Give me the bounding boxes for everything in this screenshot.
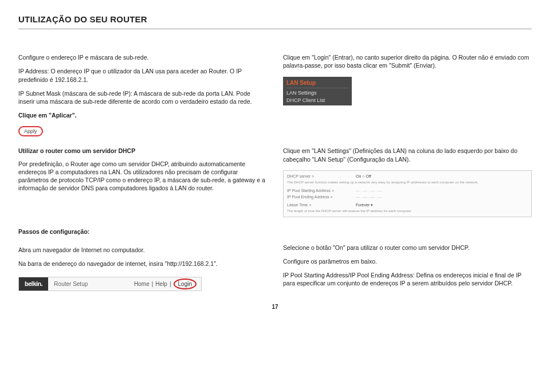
home-link: Home [134,280,150,288]
lease-value: Forever ▾ [356,202,373,208]
dhcp-server-label: DHCP server > [287,173,339,179]
s1-left-p4: Clique em "Aplicar". [18,111,267,119]
section-3-left: Passos de configuração: Abra um navegado… [18,228,267,293]
section-3-right: Selecione o botão "On" para utilizar o r… [283,228,532,293]
s3-right-p2: Configure os parâmetros em baixo. [283,257,532,265]
section-2: Utilizar o router como um servidor DHCP … [18,147,532,217]
lan-setup-heading: LAN Setup [286,79,348,89]
apply-button-mock: Apply [18,125,267,136]
lease-label: Lease Time > [287,202,339,208]
section-3: Passos de configuração: Abra um navegado… [18,228,532,293]
title-divider [18,29,532,29]
s3-right-p1: Selecione o botão "On" para utilizar o r… [283,244,532,252]
router-setup-label: Router Setup [48,280,134,288]
belkin-header-mock: belkin. Router Setup Home | Help | Login [18,277,202,291]
s2-right-p1: Clique em "LAN Settings" (Definições da … [283,147,532,163]
lan-settings-item: LAN Settings [286,89,348,96]
page-number: 17 [18,303,532,311]
ip-start-label: IP Pool Starting Address > [287,187,339,194]
config-steps-heading: Passos de configuração: [18,228,267,236]
section-1-right: Clique em "Login" (Entrar), no canto sup… [283,53,532,136]
help-link: Help [155,280,167,288]
section-2-left: Utilizar o router como um servidor DHCP … [18,147,267,217]
s3-left-p1: Abra um navegador de Internet no computa… [18,246,267,254]
section-1: Configure o endereço IP e máscara de sub… [18,53,532,136]
s1-right-p1: Clique em "Login" (Entrar), no canto sup… [283,53,532,69]
dhcp-client-list-item: DHCP Client List [286,97,348,104]
dhcp-desc: The DHCP server function makes setting u… [287,180,528,186]
section-1-left: Configure o endereço IP e máscara de sub… [18,53,267,136]
s1-left-p1: Configure o endereço IP e máscara de sub… [18,53,267,61]
s1-left-p3: IP Subnet Mask (máscara de sub-rede IP):… [18,89,267,105]
s3-left-p2: Na barra de endereço do navegador de int… [18,260,267,268]
apply-highlight-icon: Apply [18,126,43,136]
dhcp-section-heading: Utilizar o router como um servidor DHCP [18,147,267,155]
section-2-right: Clique em "LAN Settings" (Definições da … [283,147,532,217]
dhcp-server-value: On ○ Off [356,173,371,179]
login-highlight-icon: Login [174,279,197,290]
lan-setup-nav-mock: LAN Setup LAN Settings DHCP Client List [283,77,352,106]
page-title: UTILIZAÇÃO DO SEU ROUTER [18,14,532,25]
s3-right-p3: IP Pool Starting Address/IP Pool Ending … [283,271,532,287]
s2-left-p1: Por predefinição, o Router age como um s… [18,160,267,193]
ip-end-label: IP Pool Ending Address > [287,194,339,200]
belkin-right-links: Home | Help | Login [134,279,201,290]
belkin-logo: belkin. [19,277,48,291]
s1-left-p2: IP Address: O endereço IP que o utilizad… [18,67,267,83]
dhcp-settings-mock: DHCP server >On ○ Off The DHCP server fu… [283,170,532,217]
lease-desc: The length of time the DHCP server will … [287,209,528,214]
